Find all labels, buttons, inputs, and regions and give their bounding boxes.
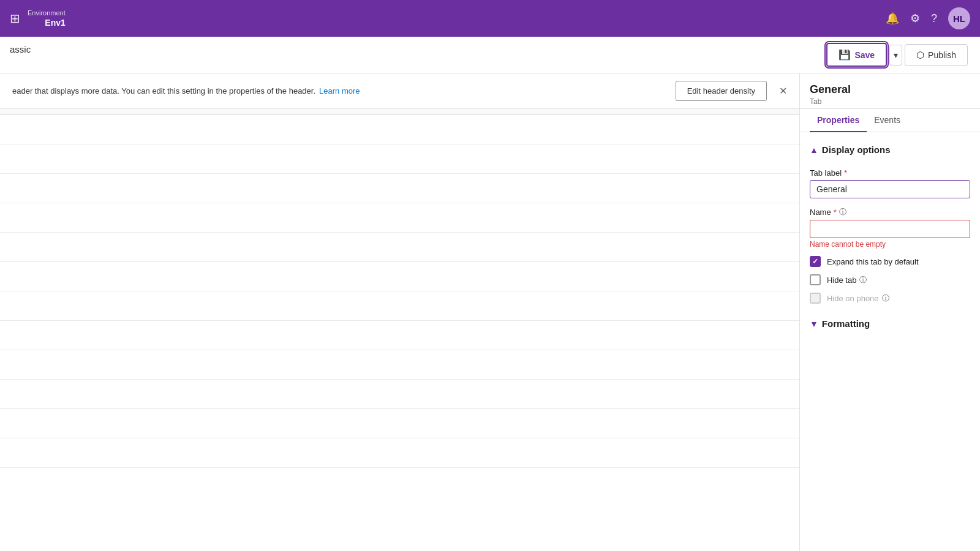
name-input[interactable] (810, 220, 970, 238)
settings-icon[interactable]: ⚙ (910, 12, 920, 25)
banner-message: eader that displays more data. You can e… (12, 86, 315, 96)
tab-label-field-label: Tab label * (810, 168, 970, 178)
form-stripe-4 (0, 203, 799, 233)
panel-body: ▲ Display options Tab label * Name * ⓘ N… (800, 132, 980, 341)
actionbar: assic 💾 Save ▾ ⬡ Publish (0, 37, 980, 73)
save-icon: 💾 (839, 49, 851, 61)
formatting-label: Formatting (822, 318, 870, 329)
name-field-label: Name * ⓘ (810, 207, 970, 217)
tab-events[interactable]: Events (867, 109, 908, 132)
hide-on-phone-info-icon[interactable]: ⓘ (882, 293, 889, 304)
display-options-label: Display options (822, 144, 891, 155)
formatting-section-header[interactable]: ▼ Formatting (810, 313, 970, 334)
chevron-up-icon: ▲ (810, 145, 818, 155)
save-button[interactable]: 💾 Save (826, 43, 887, 67)
form-area (0, 109, 799, 551)
form-stripe-3 (0, 174, 799, 203)
main-layout: eader that displays more data. You can e… (0, 73, 980, 551)
tab-label-required-star: * (844, 168, 847, 178)
form-stripe-5 (0, 233, 799, 262)
canvas-area: eader that displays more data. You can e… (0, 73, 799, 551)
panel-title: General (810, 83, 970, 96)
hide-tab-row: Hide tab ⓘ (810, 274, 970, 285)
panel-subtitle: Tab (810, 97, 970, 106)
form-stripe-6 (0, 262, 799, 291)
publish-label: Publish (928, 50, 956, 60)
form-header-stripe (0, 109, 799, 115)
formatting-chevron-icon: ▼ (810, 319, 818, 329)
form-stripe-7 (0, 291, 799, 321)
banner-text-group: eader that displays more data. You can e… (12, 86, 360, 96)
topbar-icons: 🔔 ⚙ ? HL (886, 7, 970, 29)
page-title: assic (10, 44, 31, 54)
name-error-msg: Name cannot be empty (810, 240, 970, 249)
env-name: Env1 (28, 17, 66, 28)
display-options-section-header[interactable]: ▲ Display options (810, 140, 970, 160)
tab-properties[interactable]: Properties (810, 109, 867, 132)
name-info-icon[interactable]: ⓘ (839, 207, 846, 217)
publish-button[interactable]: ⬡ Publish (905, 44, 968, 66)
expand-default-label: Expand this tab by default (827, 257, 919, 266)
hide-tab-label: Hide tab ⓘ (827, 275, 867, 285)
info-banner: eader that displays more data. You can e… (0, 73, 799, 109)
save-label: Save (854, 50, 875, 60)
panel-collapse-arrow[interactable]: › (799, 92, 800, 121)
notification-icon[interactable]: 🔔 (886, 12, 899, 25)
panel-tabs: Properties Events (800, 109, 980, 132)
environment-icon: ⊞ (10, 11, 20, 26)
form-stripe-10 (0, 380, 799, 409)
close-banner-icon[interactable]: ✕ (779, 85, 787, 97)
publish-icon: ⬡ (916, 50, 924, 61)
hide-on-phone-label: Hide on phone ⓘ (827, 293, 889, 304)
topbar: ⊞ Environment Env1 🔔 ⚙ ? HL (0, 0, 980, 37)
form-stripe-12 (0, 438, 799, 468)
form-stripe-9 (0, 350, 799, 380)
hide-tab-checkbox[interactable] (810, 274, 821, 285)
panel-header: General Tab (800, 73, 980, 109)
hide-on-phone-row: Hide on phone ⓘ (810, 293, 970, 304)
right-panel: › General Tab Properties Events ▲ Displa… (799, 73, 980, 551)
form-stripe-8 (0, 321, 799, 350)
name-required-star: * (834, 208, 837, 217)
form-stripe-2 (0, 144, 799, 174)
help-icon[interactable]: ? (931, 12, 937, 25)
learn-more-link[interactable]: Learn more (319, 86, 360, 96)
formatting-section: ▼ Formatting (810, 313, 970, 334)
avatar[interactable]: HL (948, 7, 970, 29)
hide-tab-info-icon[interactable]: ⓘ (859, 275, 867, 285)
save-dropdown-button[interactable]: ▾ (889, 45, 902, 66)
env-label: Environment (28, 9, 66, 17)
edit-header-density-button[interactable]: Edit header density (676, 81, 767, 101)
form-stripe-1 (0, 115, 799, 144)
environment-info: Environment Env1 (28, 9, 66, 28)
expand-default-row: Expand this tab by default (810, 256, 970, 267)
expand-default-checkbox[interactable] (810, 256, 821, 267)
form-stripe-11 (0, 409, 799, 438)
tab-label-input[interactable] (810, 180, 970, 198)
hide-on-phone-checkbox (810, 293, 821, 304)
